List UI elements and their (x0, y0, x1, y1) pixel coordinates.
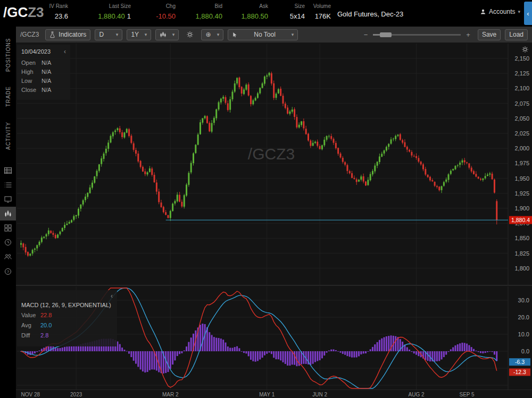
price-axis-label: 1,925 (514, 190, 529, 197)
save-button[interactable]: Save (478, 29, 501, 40)
flask-icon (49, 31, 55, 38)
watchlist-icon[interactable] (0, 178, 16, 192)
chart-pattern-icon[interactable] (0, 207, 16, 221)
price-axis-label: 2,150 (514, 55, 529, 62)
macd-axis-label: 0.0 (521, 348, 529, 354)
stat-volume: Volume176K (306, 4, 331, 20)
chart-toolbar: /GCZ3 Indicators D ▾ 1Y ▾ ▾ ⊕ ▾ No Tool (16, 27, 532, 43)
date-axis-label: JUN 2 (312, 392, 327, 397)
svg-text:?: ? (7, 269, 10, 274)
date-axis: NOV 282023MAR 2MAY 1JUN 2AUG 2SEP 5 (16, 389, 532, 398)
instrument-description: Gold Futures, Dec-23 (337, 10, 403, 18)
svg-text:-6.3: -6.3 (515, 359, 525, 365)
date-axis-label: SEP 5 (459, 392, 474, 397)
date-axis-label: MAR 2 (162, 392, 179, 397)
collapse-overlay-icon[interactable]: ‹ (64, 48, 66, 55)
chevron-down-icon: ▾ (292, 32, 294, 37)
clock-icon[interactable] (0, 235, 16, 249)
chart-settings-button[interactable] (183, 29, 197, 40)
dashboard-icon[interactable] (0, 221, 16, 235)
zoom-in-button[interactable]: + (466, 31, 470, 39)
price-axis-label: 1,850 (514, 235, 529, 241)
date-axis-label: MAY 1 (259, 392, 275, 397)
accounts-menu[interactable]: Accounts ▾ (480, 8, 520, 15)
zoom-slider-fill (373, 34, 380, 36)
help-icon[interactable]: ? (0, 265, 16, 278)
header: /GCZ3 IV Rank23.6 Last Size1,880.401 Chg… (0, 0, 532, 27)
load-button[interactable]: Load (505, 29, 528, 40)
chart-corner-gear-button[interactable] (521, 46, 529, 55)
circled-plus-icon: ⊕ (205, 31, 211, 38)
price-axis-label: 2,025 (514, 130, 529, 137)
price-axis-label: 2,125 (514, 70, 529, 77)
crosshair-dropdown[interactable]: ⊕ ▾ (201, 29, 223, 40)
ohlc-low-row: LowN/A (21, 78, 66, 84)
price-axis-label: 1,800 (514, 265, 529, 272)
chevron-left-icon: ‹ (527, 10, 529, 18)
drawing-tool-dropdown[interactable]: No Tool ▾ (228, 29, 298, 40)
collapse-right-panel-button[interactable]: ‹ (524, 2, 532, 25)
svg-text:-12.3: -12.3 (513, 369, 526, 375)
gear-icon (186, 31, 194, 38)
ohlc-close-row: CloseN/A (21, 87, 66, 93)
date-axis-label: NOV 28 (21, 392, 40, 397)
price-axis-label: 1,900 (514, 205, 529, 211)
chevron-down-icon: ▾ (217, 32, 220, 37)
zoom-slider-handle[interactable] (380, 32, 392, 37)
macd-title: MACD (12, 26, 9, EXPONENTIAL) (21, 302, 113, 308)
macd-axis-label: 20.0 (518, 314, 529, 320)
date-axis-label: AUG 2 (409, 392, 425, 397)
range-dropdown[interactable]: 1Y ▾ (127, 29, 151, 40)
cursor-icon (232, 32, 238, 38)
date-axis-label: 2023 (70, 392, 82, 397)
price-axis-label: 1,950 (514, 175, 529, 182)
zoom-slider[interactable] (373, 34, 461, 36)
indicators-button[interactable]: Indicators (45, 29, 90, 40)
quotes-grid-icon[interactable] (0, 164, 16, 177)
left-sidebar: POSITIONS TRADE ACTIVITY ? (0, 27, 16, 398)
price-axis-label: 2,100 (514, 85, 529, 91)
stat-iv-rank: IV Rank23.6 (31, 4, 68, 20)
community-icon[interactable] (0, 250, 16, 264)
gear-icon (521, 46, 529, 53)
ohlc-high-row: HighN/A (21, 69, 66, 75)
stat-bid: Bid1,880.40 (184, 4, 222, 20)
stat-last-size: Last Size1,880.401 (74, 4, 131, 20)
sidebar-tab-positions[interactable]: POSITIONS (0, 35, 16, 74)
price-axis-label: 2,000 (514, 145, 529, 151)
chart-style-dropdown[interactable]: ▾ (155, 29, 179, 40)
macd-legend: ‹ MACD (12, 26, 9, EXPONENTIAL) Value22.… (17, 290, 117, 346)
timeframe-dropdown[interactable]: D ▾ (95, 29, 122, 40)
zoom-out-button[interactable]: − (364, 31, 368, 39)
sidebar-tab-trade[interactable]: TRADE (0, 83, 16, 111)
macd-diff-row: Diff2.8 (21, 332, 113, 338)
price-candlestick-chart[interactable]: 2,1502,1252,1002,0752,0502,0252,0001,975… (17, 44, 532, 285)
macd-axis-label: 10.0 (518, 331, 529, 337)
macd-avg-row: Avg20.0 (21, 322, 113, 328)
ohlc-overlay: 10/04/2023 ‹ OpenN/A HighN/A LowN/A Clos… (17, 45, 70, 100)
trading-app-window: /GCZ3 IV Rank23.6 Last Size1,880.401 Chg… (0, 0, 532, 398)
panel-divider[interactable] (16, 285, 532, 286)
chevron-down-icon: ▾ (518, 10, 520, 14)
toolbar-symbol-label: /GCZ3 (20, 31, 39, 38)
monitor-icon[interactable] (0, 192, 16, 206)
chart-watermark: /GCZ3 (248, 145, 295, 163)
zoom-control: − + (364, 31, 470, 39)
collapse-macd-icon[interactable]: ‹ (111, 292, 113, 300)
price-axis-label: 2,075 (514, 100, 529, 107)
accounts-icon (480, 9, 486, 15)
ohlc-open-row: OpenN/A (21, 60, 66, 66)
symbol-root: /GC (3, 4, 28, 20)
svg-text:1,880.4: 1,880.4 (511, 217, 530, 223)
price-axis-label: 2,050 (514, 115, 529, 122)
stat-size: Size5x14 (272, 4, 305, 20)
chevron-down-icon: ▾ (116, 32, 119, 37)
macd-axis-label: 30.0 (518, 297, 529, 303)
stat-change: Chg-10.50 (137, 4, 176, 20)
macd-value-row: Value22.8 (21, 312, 113, 318)
sidebar-tab-activity[interactable]: ACTIVITY (0, 118, 16, 153)
price-axis-label: 1,975 (514, 160, 529, 166)
candlestick-style-icon (160, 31, 167, 38)
chevron-down-icon: ▾ (172, 32, 175, 37)
accounts-label: Accounts (489, 8, 515, 15)
